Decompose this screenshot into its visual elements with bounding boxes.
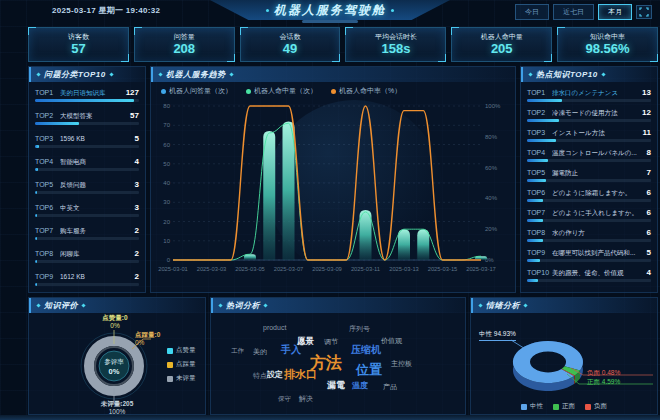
legend-item[interactable]: 正面: [553, 402, 575, 411]
top-list-row[interactable]: TOP7 どのように手入れしますか。 6: [527, 208, 651, 222]
legend-label: 中性: [530, 402, 543, 411]
wordcloud-word[interactable]: product: [263, 324, 286, 331]
kpi-value: 208: [173, 42, 195, 57]
legend-marker: [585, 404, 591, 410]
rank-label: TOP3: [35, 134, 60, 144]
progress-fill: [35, 99, 134, 102]
top-list-row[interactable]: TOP9 1612 KB 2: [35, 272, 139, 286]
top-list-row-line: TOP10 美的愿景、使命、价值观 4: [527, 268, 651, 278]
item-name: 大模型答案: [60, 111, 127, 121]
wordcloud-word[interactable]: 手入: [281, 345, 301, 355]
rank-label: TOP1: [527, 88, 552, 98]
top-list-row[interactable]: TOP5 反馈问题 3: [35, 180, 139, 194]
svg-text:2025-03-09: 2025-03-09: [312, 266, 342, 272]
wordcloud-word[interactable]: 位置: [356, 363, 382, 376]
item-value: 6: [647, 208, 651, 218]
rank-label: TOP9: [35, 272, 60, 282]
top-list-row-line: TOP6 どのように除霜しますか。 6: [527, 188, 651, 198]
wordcloud-word[interactable]: 温度: [352, 382, 368, 390]
top-list-row[interactable]: TOP3 1596 KB 5: [35, 134, 139, 148]
svg-text:2025-03-15: 2025-03-15: [428, 266, 458, 272]
top-list-row[interactable]: TOP1 美的日语知识库 127: [35, 88, 139, 102]
progress-fill: [35, 122, 79, 125]
legend-item[interactable]: 负面: [585, 402, 607, 411]
item-value: 7: [647, 168, 651, 178]
wordcloud-word[interactable]: 排水口: [284, 369, 317, 380]
legend-item[interactable]: 点踩量: [167, 360, 196, 369]
range-button[interactable]: 今日: [515, 4, 549, 20]
trend-chart[interactable]: 010203040506070800%20%40%60%80%100%2025-…: [151, 98, 513, 274]
svg-text:10: 10: [163, 238, 170, 244]
wordcloud-word[interactable]: 解决: [299, 395, 313, 402]
sentiment-legend: 中性正面负面: [471, 402, 657, 411]
legend-marker: [167, 376, 173, 382]
wordcloud-word[interactable]: 設定: [267, 371, 283, 379]
legend-item[interactable]: 机器人命中量（次）: [246, 86, 317, 96]
wordcloud-word[interactable]: 序列号: [349, 325, 370, 332]
wordcloud-word[interactable]: 保守: [278, 396, 291, 403]
kpi-card: 会话数 49: [240, 27, 341, 62]
top-list-row[interactable]: TOP1 排水口のメンテナンス 13: [527, 88, 651, 102]
callout-dislikes: 点踩量:00%: [135, 331, 187, 347]
top-list-row[interactable]: TOP3 インストール方法 11: [527, 128, 651, 142]
item-name: 温度コントロールパネルの...: [552, 148, 644, 158]
wordcloud-word[interactable]: 产品: [383, 383, 397, 390]
item-value: 4: [135, 157, 139, 167]
range-button[interactable]: 本月: [598, 4, 632, 20]
top-list-row[interactable]: TOP8 闲聊库 2: [35, 249, 139, 263]
legend-marker: [553, 404, 559, 410]
panel-title-bar: 热点知识TOP10: [521, 67, 657, 82]
panel-hot-words: 热词分析 product序列号愿景调节价值观工作美的手入压缩机方法位置主控板特点…: [210, 297, 466, 415]
fullscreen-button[interactable]: [636, 5, 652, 19]
rank-label: TOP6: [527, 188, 552, 198]
top-list-row[interactable]: TOP2 大模型答案 57: [35, 111, 139, 125]
title-diamond: [601, 72, 605, 76]
wordcloud-word[interactable]: 调节: [324, 338, 338, 345]
progress-fill: [527, 279, 538, 282]
wordcloud-word[interactable]: 主控板: [391, 360, 412, 367]
item-value: 5: [135, 134, 139, 144]
legend-item[interactable]: 中性: [521, 402, 543, 411]
wordcloud-word[interactable]: 漏電: [327, 381, 345, 390]
wordcloud-word[interactable]: 美的: [253, 348, 267, 355]
wordcloud-word[interactable]: 压缩机: [351, 345, 381, 355]
top-list-row[interactable]: TOP9 在哪里可以找到产品代码和... 5: [527, 248, 651, 262]
rank-label: TOP9: [527, 248, 552, 258]
top-list-row-line: TOP1 美的日语知识库 127: [35, 88, 139, 98]
legend-item[interactable]: 机器人问答量（次）: [161, 86, 232, 96]
progress-fill: [35, 191, 37, 194]
top-list-row[interactable]: TOP2 冷凍モードの使用方法 12: [527, 108, 651, 122]
top-list-row[interactable]: TOP4 温度コントロールパネルの... 8: [527, 148, 651, 162]
wordcloud-word[interactable]: 特点: [253, 372, 267, 379]
title-diamond: [528, 72, 532, 76]
title-diamond: [229, 72, 233, 76]
top-list-row[interactable]: TOP10 美的愿景、使命、价值观 4: [527, 268, 651, 282]
item-value: 127: [126, 88, 139, 98]
range-button[interactable]: 近七日: [553, 4, 594, 20]
kpi-card: 访客数 57: [28, 27, 129, 62]
top-list-row[interactable]: TOP4 智能电商 4: [35, 157, 139, 171]
panel-title: 机器人服务趋势: [166, 69, 226, 80]
top-list-row[interactable]: TOP6 どのように除霜しますか。 6: [527, 188, 651, 202]
top-list-row-line: TOP3 1596 KB 5: [35, 134, 139, 144]
kpi-value: 49: [283, 42, 297, 57]
legend-item[interactable]: 点赞量: [167, 346, 196, 355]
progress-fill: [35, 168, 38, 171]
top-list-row[interactable]: TOP6 中英文 3: [35, 203, 139, 217]
top-list-row-line: TOP4 智能电商 4: [35, 157, 139, 167]
dashboard: 2025-03-17 星期一 19:40:32 机器人服务驾驶舱 今日近七日本月…: [0, 0, 660, 420]
legend-item[interactable]: 机器人命中率（%）: [331, 86, 401, 96]
wordcloud-word[interactable]: 价值观: [381, 337, 402, 344]
rank-label: TOP5: [527, 168, 552, 178]
item-value: 3: [135, 203, 139, 213]
wordcloud-word[interactable]: 工作: [231, 348, 244, 355]
legend-item[interactable]: 未评量: [167, 374, 196, 383]
top-list-row[interactable]: TOP8 水の作り方 6: [527, 228, 651, 242]
donut-center-label: 参评率 0%: [89, 358, 139, 376]
top-list-row[interactable]: TOP5 漏電防止 7: [527, 168, 651, 182]
top-list-row[interactable]: TOP7 购车服务 2: [35, 226, 139, 240]
progress-fill: [527, 99, 562, 102]
datetime: 2025-03-17 星期一 19:40:32: [52, 5, 160, 16]
callout-likes: 点赞量:00%: [85, 314, 145, 330]
progress-track: [35, 260, 139, 263]
